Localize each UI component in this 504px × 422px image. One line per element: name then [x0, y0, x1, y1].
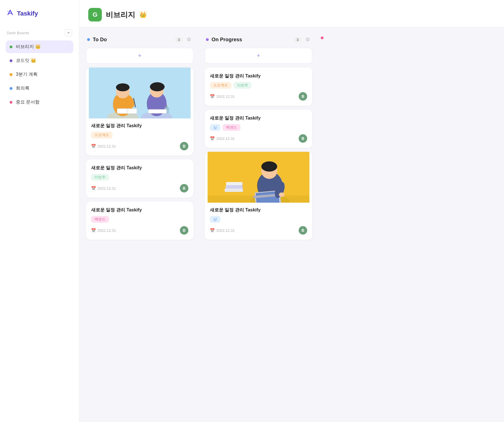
card-tags-card1: 프로젝트 [91, 132, 188, 138]
card-avatar-card6: B [299, 226, 307, 235]
card-footer-card2: 📅 2022.12.31 B [91, 184, 188, 192]
svg-rect-16 [148, 109, 167, 113]
card-date-value: 2022.12.31 [98, 186, 116, 191]
dash-boards-header: Dash Boards + [6, 29, 73, 36]
calendar-icon: 📅 [91, 228, 96, 233]
card-footer-card1: 📅 2022.12.31 B [91, 142, 188, 150]
column-todo: To Do 3 ⚙ + [86, 35, 193, 414]
card-tag: 상 [210, 216, 220, 223]
task-card-card5[interactable]: 새로운 일정 관리 Taskify 상백엔드 📅 2022.12.31 B [205, 110, 312, 148]
logo-icon [6, 8, 15, 19]
add-card-button-onprogress[interactable]: + [205, 48, 312, 64]
column-title-todo: To Do [93, 37, 172, 43]
column-settings-button-todo[interactable]: ⚙ [186, 35, 192, 44]
column-settings-button-onprogress[interactable]: ⚙ [304, 35, 311, 44]
card-tag: 이번주 [91, 174, 109, 181]
plus-icon: + [138, 52, 142, 59]
card-date-card3: 📅 2022.12.31 [91, 228, 116, 233]
sidebar-dot [10, 59, 12, 62]
svg-rect-19 [225, 189, 243, 192]
svg-point-12 [150, 82, 165, 91]
card-date-value: 2022.12.31 [98, 144, 116, 148]
task-card-card3[interactable]: 새로운 일정 관리 Taskify 백엔드 📅 2022.12.31 B [86, 202, 193, 240]
card-tag: 프로젝트 [91, 132, 113, 138]
card-tag: 상 [210, 124, 220, 131]
card-footer-card5: 📅 2022.12.31 B [210, 134, 307, 143]
sidebar: Taskify Dash Boards + 비브리지 👑 코드잇 👑 3분기 계… [0, 0, 79, 422]
card-tag: 이번주 [234, 82, 251, 89]
crown-icon: 👑 [139, 11, 147, 18]
task-card-card1[interactable]: 새로운 일정 관리 Taskify 프로젝트 📅 2022.12.31 B [86, 68, 193, 155]
column-onprogress: On Progress 3 ⚙ + 새로운 일정 관리 Taskify 프로젝트… [205, 35, 312, 414]
task-card-card2[interactable]: 새로운 일정 관리 Taskify 이번주 📅 2022.12.31 B [86, 159, 193, 198]
card-date-value: 2022.12.31 [216, 94, 235, 99]
sidebar-dot [10, 73, 12, 76]
card-date-value: 2022.12.31 [216, 137, 235, 141]
columns-list: To Do 3 ⚙ + [86, 35, 318, 414]
plus-icon: + [257, 52, 260, 59]
board-header: G 비브리지 👑 [79, 0, 504, 27]
card-avatar-card3: B [180, 226, 188, 235]
svg-rect-8 [127, 109, 127, 114]
sidebar-item-minutes[interactable]: 회의록 [6, 82, 73, 95]
sidebar-item-label: 비브리지 👑 [16, 44, 41, 50]
partial-column-dot [321, 36, 324, 39]
card-date-value: 2022.12.31 [216, 228, 235, 233]
app-name: Taskify [17, 10, 38, 17]
card-tags-card3: 백엔드 [91, 216, 188, 223]
task-card-card6[interactable]: 새로운 일정 관리 Taskify 상 📅 2022.12.31 B [205, 152, 312, 240]
card-tag: 프로젝트 [210, 82, 231, 89]
board-title: 비브리지 [106, 10, 135, 20]
sidebar-item-label: 중요 문서함 [16, 99, 40, 105]
card-image-card6 [205, 152, 312, 203]
calendar-icon: 📅 [91, 186, 96, 191]
card-body-card5: 새로운 일정 관리 Taskify 상백엔드 📅 2022.12.31 B [205, 110, 312, 148]
card-title-card1: 새로운 일정 관리 Taskify [91, 123, 188, 129]
card-tags-card2: 이번주 [91, 174, 188, 181]
task-card-card4[interactable]: 새로운 일정 관리 Taskify 프로젝트이번주 📅 2022.12.31 B [205, 68, 312, 106]
card-body-card4: 새로운 일정 관리 Taskify 프로젝트이번주 📅 2022.12.31 B [205, 68, 312, 106]
svg-rect-21 [226, 182, 242, 185]
card-body-card2: 새로운 일정 관리 Taskify 이번주 📅 2022.12.31 B [86, 159, 193, 198]
calendar-icon: 📅 [210, 94, 215, 99]
card-date-card4: 📅 2022.12.31 [210, 94, 235, 99]
add-board-button[interactable]: + [65, 29, 72, 36]
card-body-card6: 새로운 일정 관리 Taskify 상 📅 2022.12.31 B [205, 203, 312, 240]
card-title-card2: 새로운 일정 관리 Taskify [91, 165, 188, 171]
card-title-card5: 새로운 일정 관리 Taskify [210, 115, 307, 121]
sidebar-item-q3plan[interactable]: 3분기 계획 [6, 68, 73, 81]
card-avatar-card2: B [180, 184, 188, 192]
card-tags-card5: 상백엔드 [210, 124, 307, 131]
column-dot-onprogress [206, 38, 209, 41]
column-count-todo: 3 [175, 37, 183, 42]
card-footer-card3: 📅 2022.12.31 B [91, 226, 188, 235]
card-date-card1: 📅 2022.12.31 [91, 144, 116, 148]
calendar-icon: 📅 [91, 144, 96, 148]
sidebar-item-kodeit[interactable]: 코드잇 👑 [6, 54, 73, 67]
sidebar-item-bibeuji[interactable]: 비브리지 👑 [6, 40, 73, 53]
card-footer-card6: 📅 2022.12.31 B [210, 226, 307, 235]
column-header-todo: To Do 3 ⚙ [86, 35, 193, 44]
calendar-icon: 📅 [210, 228, 215, 233]
sidebar-item-important[interactable]: 중요 문서함 [6, 96, 73, 109]
card-body-card3: 새로운 일정 관리 Taskify 백엔드 📅 2022.12.31 B [86, 202, 193, 240]
svg-point-25 [261, 161, 277, 172]
plus-icon: + [67, 30, 70, 35]
sidebar-item-label: 3분기 계획 [16, 72, 38, 77]
card-tag: 백엔드 [91, 216, 109, 223]
sidebar-items-list: 비브리지 👑 코드잇 👑 3분기 계획 회의록 중요 문서함 [6, 40, 73, 110]
column-title-onprogress: On Progress [212, 37, 291, 43]
card-tags-card6: 상 [210, 216, 307, 223]
card-body-card1: 새로운 일정 관리 Taskify 프로젝트 📅 2022.12.31 B [86, 118, 193, 155]
sidebar-dot [10, 101, 12, 104]
svg-point-4 [116, 83, 130, 91]
card-avatar-card5: B [299, 134, 307, 143]
card-avatar-card4: B [299, 92, 307, 101]
card-tag: 백엔드 [223, 124, 240, 131]
card-tags-card4: 프로젝트이번주 [210, 82, 307, 89]
sidebar-dot [10, 46, 12, 48]
third-column-partial [318, 35, 326, 414]
svg-rect-0 [89, 68, 191, 118]
add-card-button-todo[interactable]: + [86, 48, 193, 64]
column-header-onprogress: On Progress 3 ⚙ [205, 35, 312, 44]
